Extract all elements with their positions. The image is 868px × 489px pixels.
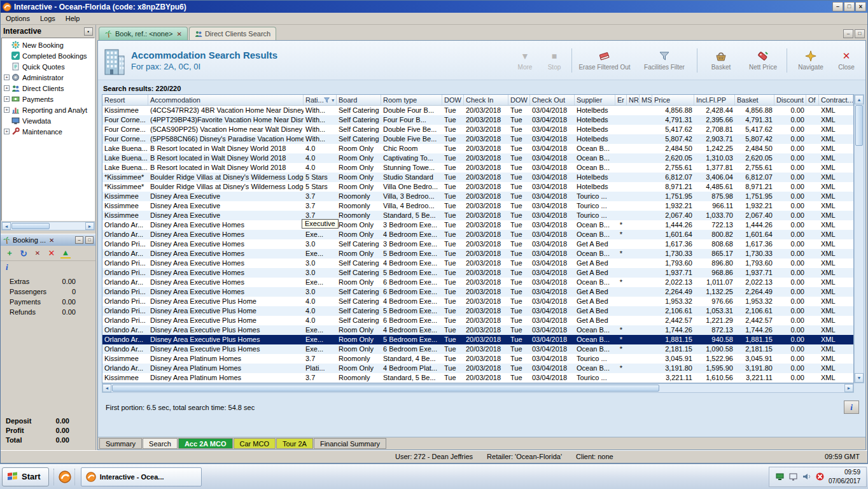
table-row[interactable]: KissimmeeDisney Area Platinum Homes3.7Ro… xyxy=(102,354,853,364)
column-header-12[interactable]: MS xyxy=(640,95,652,105)
expand-toggle[interactable]: + xyxy=(4,74,10,80)
table-row[interactable]: Orlando Ar...Disney Area Executive Plus … xyxy=(102,344,853,354)
table-row[interactable]: KissimmeeDisney Area Executive3.7Roomonl… xyxy=(102,201,853,211)
remove-item-icon[interactable]: ✕ xyxy=(32,248,43,259)
table-row[interactable]: Orlando Pri...Disney Area Executive Home… xyxy=(102,259,853,268)
tab-booking[interactable]: Book, ref.: <none> ✕ xyxy=(99,27,188,40)
sidebar-item-administrator[interactable]: +Administrator xyxy=(2,72,94,83)
sidebar-item-quick-quotes[interactable]: Quick Quotes xyxy=(2,61,94,72)
table-row[interactable]: Orlando Pri...Disney Area Executive Plus… xyxy=(102,297,853,306)
quick-launch-app-icon[interactable] xyxy=(57,469,73,485)
table-row[interactable]: Orlando Pri...Disney Area Executive Home… xyxy=(102,287,853,297)
sidebar-horizontal-scrollbar[interactable]: ◄ ► xyxy=(1,222,95,230)
stop-button[interactable]: ■ Stop xyxy=(540,48,568,73)
close-window-button[interactable]: × xyxy=(855,2,866,11)
column-header-17[interactable]: Of xyxy=(806,95,819,105)
table-row[interactable]: *Kissimmee*Boulder Ridge Villas at Disne… xyxy=(102,173,853,182)
table-row[interactable]: Four Corne...(4PPT29BP43)Favorite Vacati… xyxy=(102,115,853,125)
column-header-4[interactable]: Room type xyxy=(381,95,442,105)
start-button[interactable]: Start xyxy=(2,467,49,486)
expand-toggle[interactable]: + xyxy=(4,85,10,91)
table-row[interactable]: Orlando Ar...Disney Area Executive Plus … xyxy=(102,325,853,335)
column-header-2[interactable]: Rati...▼ xyxy=(304,95,337,105)
table-row[interactable]: Four Corne...(5PP588CN66) Disney's Parad… xyxy=(102,134,853,144)
sidebar-item-new-booking[interactable]: New Booking xyxy=(2,39,94,50)
more-button[interactable]: ▼ More xyxy=(511,48,539,73)
menu-logs[interactable]: Logs xyxy=(35,13,60,24)
network-status-icon[interactable] xyxy=(775,472,785,481)
column-header-0[interactable]: Resort xyxy=(102,95,148,105)
tab-direct-clients-search[interactable]: Direct Clients Search xyxy=(189,27,276,40)
bottom-tab-car-mco[interactable]: Car MCO xyxy=(234,438,276,449)
scroll-down-icon[interactable]: ▼ xyxy=(855,373,864,383)
column-header-18[interactable]: Contract... xyxy=(819,95,853,105)
bottom-tab-search[interactable]: Search xyxy=(143,438,178,449)
scrollbar-thumb[interactable] xyxy=(855,105,863,146)
close-booking-panel-icon[interactable]: ✕ xyxy=(48,237,55,244)
display-settings-icon[interactable] xyxy=(788,472,798,481)
scroll-up-icon[interactable]: ▲ xyxy=(855,95,864,104)
taskbar-task-button[interactable]: Interactive - Ocea... xyxy=(81,467,202,486)
expand-toggle[interactable]: + xyxy=(4,96,10,102)
close-tab-icon[interactable]: ✕ xyxy=(177,31,182,38)
booking-minimize-button[interactable]: – xyxy=(75,236,83,244)
blocked-status-icon[interactable] xyxy=(815,472,825,481)
nett-price-button[interactable]: Nett Price xyxy=(743,48,783,73)
scroll-left-icon[interactable]: ◄ xyxy=(102,384,111,392)
restore-button[interactable]: □ xyxy=(844,2,855,11)
scroll-right-icon[interactable]: ► xyxy=(85,222,94,230)
navigate-button[interactable]: Navigate xyxy=(790,48,831,73)
menu-help[interactable]: Help xyxy=(60,13,85,24)
minimize-button[interactable]: – xyxy=(832,2,843,11)
table-row[interactable]: Lake Buena...B Resort located in Walt Di… xyxy=(102,144,853,153)
column-header-10[interactable]: Er xyxy=(615,95,627,105)
table-row[interactable]: Lake Buena...B Resort located in Walt Di… xyxy=(102,163,853,173)
table-row[interactable]: Orlando Ar...Disney Area Executive Homes… xyxy=(102,230,853,239)
table-row[interactable]: Orlando Ar...Disney Area Executive Homes… xyxy=(102,249,853,259)
upload-icon[interactable]: ▲ xyxy=(60,248,71,259)
scrollbar-thumb[interactable] xyxy=(11,223,50,229)
column-header-13[interactable]: Price xyxy=(652,95,694,105)
scroll-right-icon[interactable]: ► xyxy=(844,384,853,392)
add-item-icon[interactable]: + xyxy=(4,248,15,259)
menu-options[interactable]: Options xyxy=(1,13,35,24)
booking-restore-button[interactable]: □ xyxy=(85,236,94,244)
scrollbar-thumb[interactable] xyxy=(112,385,659,392)
refresh-icon[interactable]: ↻ xyxy=(18,248,29,259)
table-row[interactable]: KissimmeeDisney Area Executive3.7Roomonl… xyxy=(102,211,853,220)
column-header-3[interactable]: Board xyxy=(337,95,381,105)
table-row[interactable]: KissimmeeDisney Area Executive3.7Roomonl… xyxy=(102,192,853,201)
restore-pane-button[interactable]: □ xyxy=(855,29,865,38)
bottom-tab-summary[interactable]: Summary xyxy=(99,438,142,449)
table-row[interactable]: KissimmeeDisney Area Platinum Homes3.7Ro… xyxy=(102,373,853,383)
column-header-9[interactable]: Supplier xyxy=(575,95,615,105)
minimize-pane-button[interactable]: – xyxy=(843,29,853,38)
sidebar-item-reporting[interactable]: +Reporting and Analyt xyxy=(2,104,94,115)
column-header-16[interactable]: Discount xyxy=(774,95,806,105)
column-header-11[interactable]: NR xyxy=(627,95,640,105)
column-header-7[interactable]: DOW xyxy=(508,95,530,105)
table-row[interactable]: *Kissimmee*Boulder Ridge Villas at Disne… xyxy=(102,182,853,192)
table-row[interactable]: Orlando Pri...Disney Area Executive Home… xyxy=(102,268,853,278)
facilities-filter-button[interactable]: Facilities Filter xyxy=(635,48,694,73)
column-header-14[interactable]: Incl.Fl.PP xyxy=(694,95,735,105)
basket-button[interactable]: Basket xyxy=(701,48,741,73)
table-row[interactable]: Kissimmee(4CCS47RR23) 4BR Vacation Home … xyxy=(102,106,853,115)
info-icon[interactable]: i xyxy=(6,262,8,272)
scroll-left-icon[interactable]: ◄ xyxy=(2,222,11,230)
table-row[interactable]: Four Corne...(5CAS90PP25) Vacation Home … xyxy=(102,125,853,134)
table-row[interactable]: Orlando Pri...Disney Area Executive Plus… xyxy=(102,306,853,316)
taskbar-clock[interactable]: 09:59 07/06/2017 xyxy=(829,468,860,485)
sidebar-item-direct-clients[interactable]: +Direct Clients xyxy=(2,83,94,94)
erase-filtered-out-button[interactable]: Erase Filtered Out xyxy=(575,48,634,73)
sidebar-item-payments[interactable]: +Payments xyxy=(2,94,94,104)
rating-filter-icon[interactable]: ▼ xyxy=(324,97,335,103)
table-row[interactable]: Orlando Pri...Disney Area Executive Plus… xyxy=(102,316,853,325)
table-row[interactable]: Orlando Ar...Disney Area Executive Plus … xyxy=(102,335,853,344)
volume-icon[interactable] xyxy=(802,472,811,481)
sidebar-item-completed-bookings[interactable]: Completed Bookings xyxy=(2,50,94,61)
sidebar-item-viewdata[interactable]: Viewdata xyxy=(2,115,94,126)
info-button[interactable]: i xyxy=(844,400,859,414)
column-header-6[interactable]: Check In xyxy=(464,95,508,105)
grid-horizontal-scrollbar[interactable]: ◄ ► xyxy=(102,383,854,393)
